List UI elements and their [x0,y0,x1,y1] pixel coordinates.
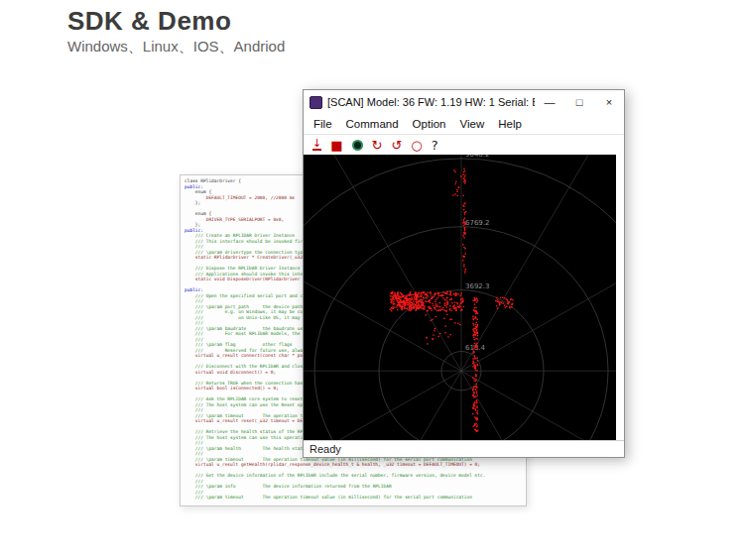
menu-option[interactable]: Option [413,118,446,130]
window-controls: — □ × [535,90,624,114]
ring-label: 9846.2 [465,155,489,159]
code-line: /// \param timeout The operation timeout… [185,495,526,501]
app-icon [310,96,322,109]
radar-view: 615.43692.36769.29846.2 [304,155,624,440]
window-title: [SCAN] Model: 36 FW: 1.19 HW: 1 Serial: … [327,96,535,108]
tool-refresh-button[interactable]: ↺ [391,139,402,152]
toolbar: ↓■↻↺○? [304,134,624,155]
code-line: virtual u_result getHealth(rplidar_respo… [185,462,526,468]
tool-help-button[interactable]: ? [432,139,438,152]
page: SDK & Demo Windows、Linux、IOS、Andriod cla… [0,0,744,560]
tool-restart-button[interactable]: ↻ [372,139,383,152]
close-button[interactable]: × [594,90,624,114]
title-bar[interactable]: [SCAN] Model: 36 FW: 1.19 HW: 1 Serial: … [304,90,624,114]
ring-label: 3692.3 [465,282,489,290]
radar-svg: 615.43692.36769.29846.2 [304,155,616,440]
tool-stop-button[interactable]: ■ [330,139,342,152]
minimize-button[interactable]: — [535,90,564,114]
menu-file[interactable]: File [313,118,332,130]
menu-bar: FileCommandOptionViewHelp [304,114,624,134]
scan-window: [SCAN] Model: 36 FW: 1.19 HW: 1 Serial: … [303,89,625,458]
tool-connect-button[interactable]: ↓ [312,139,321,151]
maximize-button[interactable]: □ [564,90,594,114]
page-title: SDK & Demo [67,6,231,37]
status-bar: Ready [304,440,624,457]
code-line: /// Get the device information of the RP… [185,473,526,479]
radar-display[interactable]: 615.43692.36769.29846.2 [304,155,616,440]
tool-motor-button[interactable]: ○ [411,139,422,152]
menu-command[interactable]: Command [346,118,399,130]
tool-grab-scan-button[interactable] [352,140,363,151]
menu-help[interactable]: Help [498,118,522,130]
status-text: Ready [310,443,341,455]
menu-view[interactable]: View [459,118,484,130]
page-subtitle: Windows、Linux、IOS、Andriod [67,38,285,56]
ring-label: 6769.2 [465,219,489,227]
